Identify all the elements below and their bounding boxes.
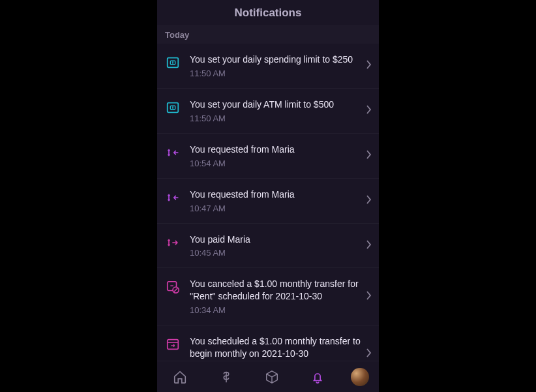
notification-row[interactable]: You scheduled a $1.00 monthly transfer t… (157, 325, 379, 361)
tab-money[interactable] (213, 364, 239, 390)
notification-row[interactable]: You set your daily spending limit to $25… (157, 44, 379, 89)
chevron-right-icon (366, 348, 372, 360)
chevron-right-icon (366, 291, 372, 303)
notification-title: You requested from Maria (190, 143, 361, 156)
notification-body: You scheduled a $1.00 monthly transfer t… (181, 335, 366, 361)
notification-row[interactable]: You requested from Maria 10:47 AM (157, 179, 379, 224)
notification-row[interactable]: You canceled a $1.00 monthly transfer fo… (157, 268, 379, 325)
chevron-right-icon (366, 195, 372, 207)
request-in-icon (165, 190, 181, 205)
tab-profile-avatar[interactable] (351, 368, 369, 386)
request-in-icon (165, 145, 181, 160)
notification-time: 11:50 AM (190, 113, 361, 123)
notification-title: You requested from Maria (190, 188, 361, 201)
notification-body: You set your daily spending limit to $25… (181, 53, 366, 78)
app-frame: Notifications Today You set your daily s… (157, 0, 379, 392)
notification-title: You canceled a $1.00 monthly transfer fo… (190, 278, 361, 303)
notification-title: You set your daily spending limit to $25… (190, 53, 361, 66)
section-header-today: Today (157, 25, 379, 44)
notification-title: You set your daily ATM limit to $500 (190, 98, 361, 111)
notification-row[interactable]: You set your daily ATM limit to $500 11:… (157, 89, 379, 134)
notification-time: 10:45 AM (190, 248, 361, 258)
tab-bar (157, 361, 379, 392)
notification-row[interactable]: You requested from Maria 10:54 AM (157, 134, 379, 179)
notification-time: 11:50 AM (190, 68, 361, 78)
notification-body: You requested from Maria 10:54 AM (181, 143, 366, 168)
notification-time: 10:54 AM (190, 158, 361, 168)
chevron-right-icon (366, 240, 372, 252)
pay-out-icon (165, 235, 181, 250)
notification-row[interactable]: You paid Maria 10:45 AM (157, 224, 379, 269)
svg-rect-6 (168, 340, 179, 350)
chevron-right-icon (366, 105, 372, 117)
page-title: Notifications (157, 0, 379, 25)
notification-title: You paid Maria (190, 234, 361, 246)
notification-time: 10:47 AM (190, 204, 361, 213)
cancel-transfer-icon (165, 279, 181, 295)
notification-body: You paid Maria 10:45 AM (181, 234, 366, 258)
tab-notifications[interactable] (305, 364, 331, 390)
tab-home[interactable] (167, 364, 193, 390)
tab-box[interactable] (259, 364, 285, 390)
limit-card-icon (165, 100, 181, 115)
notification-body: You canceled a $1.00 monthly transfer fo… (181, 278, 366, 315)
chevron-right-icon (366, 60, 372, 72)
notification-time: 10:34 AM (190, 305, 361, 315)
chevron-right-icon (366, 150, 372, 162)
notification-body: You set your daily ATM limit to $500 11:… (181, 98, 366, 123)
schedule-transfer-icon (165, 337, 181, 352)
limit-card-icon (165, 55, 181, 70)
notification-title: You scheduled a $1.00 monthly transfer t… (190, 335, 361, 360)
notification-list: You set your daily spending limit to $25… (157, 44, 379, 361)
notification-body: You requested from Maria 10:47 AM (181, 188, 366, 213)
